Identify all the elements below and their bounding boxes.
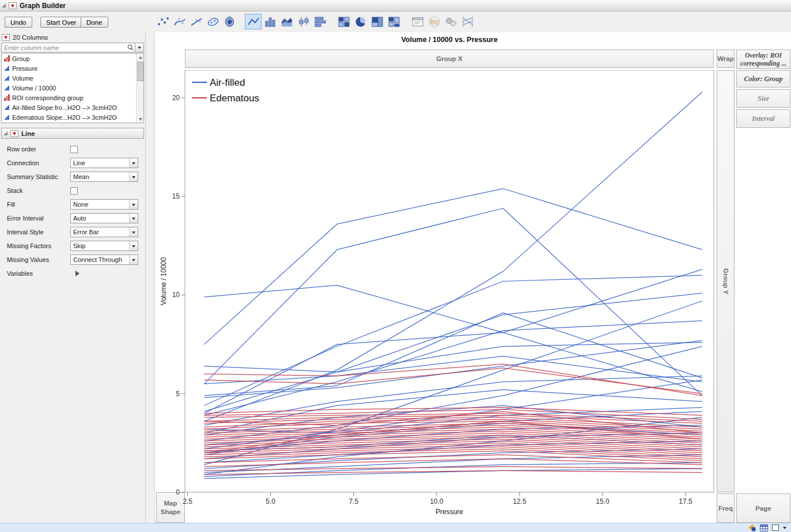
svg-text:10: 10 bbox=[172, 291, 180, 299]
treemap-icon bbox=[370, 16, 384, 28]
svg-text:Volume / 10000: Volume / 10000 bbox=[160, 257, 168, 305]
scroll-down-icon[interactable] bbox=[137, 115, 144, 123]
points-icon bbox=[156, 16, 170, 28]
scroll-up-icon[interactable] bbox=[137, 54, 144, 61]
chevron-down-icon bbox=[129, 200, 138, 209]
contour-element-button[interactable] bbox=[221, 14, 238, 29]
outline-disclosure-icon[interactable] bbox=[2, 3, 6, 7]
prop-row-summary-statistic: Summary Statistic Mean bbox=[0, 170, 145, 184]
formula-element-button[interactable]: f(x) bbox=[426, 14, 442, 29]
svg-text:12.5: 12.5 bbox=[513, 497, 527, 506]
chevron-down-icon bbox=[129, 227, 138, 237]
line-element-button[interactable] bbox=[245, 14, 262, 29]
svg-text:5: 5 bbox=[176, 390, 180, 398]
wrap-drop-zone[interactable]: Wrap bbox=[717, 50, 735, 68]
line-chart[interactable]: 051015202.55.07.510.012.515.017.5Volume … bbox=[159, 70, 715, 515]
missing-values-select[interactable]: Connect Through bbox=[70, 254, 138, 265]
scrollbar-thumb[interactable] bbox=[137, 62, 143, 81]
caption-box-element-button[interactable] bbox=[409, 14, 426, 29]
action-bar: Undo Start Over Done bbox=[0, 12, 791, 32]
parallel-plot-icon bbox=[461, 16, 475, 28]
line-panel-header[interactable]: Line bbox=[1, 128, 144, 139]
prop-row-fill: Fill None bbox=[0, 197, 145, 211]
overlay-drop-zone[interactable]: Overlay: ROI corresponding ... bbox=[736, 50, 790, 69]
size-drop-zone[interactable]: Size bbox=[736, 89, 790, 108]
stack-checkbox[interactable] bbox=[70, 187, 78, 195]
search-filter-dropdown[interactable] bbox=[135, 43, 144, 52]
error-interval-select[interactable]: Auto bbox=[70, 213, 138, 223]
column-label: Volume / 10000 bbox=[12, 85, 56, 92]
svg-text:0: 0 bbox=[176, 488, 180, 496]
freq-drop-zone[interactable]: Freq bbox=[717, 493, 735, 523]
mosaic-element-button[interactable] bbox=[385, 14, 402, 29]
interval-style-select[interactable]: Error Bar bbox=[70, 227, 138, 237]
chevron-down-icon bbox=[129, 172, 138, 181]
prop-row-row-order: Row order bbox=[0, 142, 145, 156]
mosaic-icon bbox=[387, 16, 401, 28]
line-of-fit-element-button[interactable] bbox=[188, 14, 205, 29]
chevron-down-icon bbox=[129, 158, 138, 168]
undo-button[interactable]: Undo bbox=[5, 17, 32, 28]
fill-label: Fill bbox=[7, 201, 70, 208]
heatmap-element-button[interactable] bbox=[335, 14, 352, 29]
column-search-input[interactable] bbox=[1, 43, 135, 52]
page-drop-zone[interactable]: Page bbox=[736, 493, 790, 523]
box-plot-element-button[interactable] bbox=[295, 14, 312, 29]
ellipse-element-button[interactable] bbox=[205, 14, 221, 29]
status-data-icon[interactable] bbox=[748, 524, 756, 531]
prop-row-stack: Stack bbox=[0, 184, 145, 197]
column-item-volume[interactable]: Volume bbox=[2, 73, 143, 83]
color-drop-zone[interactable]: Color: Group bbox=[736, 70, 790, 88]
treemap-element-button[interactable] bbox=[369, 14, 385, 29]
variables-label: Variables bbox=[7, 270, 70, 277]
area-element-button[interactable] bbox=[278, 14, 295, 29]
missing-factors-select[interactable]: Skip bbox=[70, 241, 138, 251]
svg-text:Pressure: Pressure bbox=[436, 508, 463, 515]
column-item-group[interactable]: Group bbox=[2, 54, 143, 63]
collapse-triangle-icon[interactable] bbox=[3, 131, 7, 135]
histogram-element-button[interactable] bbox=[312, 14, 328, 29]
group-x-drop-zone[interactable]: Group X bbox=[185, 50, 714, 68]
row-order-checkbox[interactable] bbox=[70, 146, 78, 153]
map-shapes-element-button[interactable] bbox=[442, 14, 459, 29]
parallel-plot-element-button[interactable] bbox=[459, 14, 476, 29]
columns-red-triangle-icon[interactable] bbox=[2, 34, 10, 41]
column-item-airfilled-slope[interactable]: Air-filled Slope fro...H2O --> 3cmH2O bbox=[2, 102, 143, 112]
column-item-pressure[interactable]: Pressure bbox=[2, 63, 143, 73]
graph-area: Volume / 10000 vs. Pressure Group X Wrap… bbox=[154, 32, 791, 523]
column-item-edematous-slope[interactable]: Edematous Slope...H2O --> 3cmH2O bbox=[2, 112, 143, 122]
chevron-down-icon bbox=[129, 241, 138, 250]
group-y-drop-zone[interactable]: Group Y bbox=[717, 70, 735, 492]
line-panel-title: Line bbox=[21, 130, 35, 137]
svg-text:7.5: 7.5 bbox=[349, 497, 358, 506]
missing-factors-label: Missing Factors bbox=[7, 242, 70, 249]
status-checkbox[interactable] bbox=[772, 525, 779, 531]
fill-select[interactable]: None bbox=[70, 199, 138, 210]
column-label: ROI corresponding group bbox=[12, 94, 84, 101]
smoother-element-button[interactable] bbox=[171, 14, 188, 29]
nominal-column-icon bbox=[4, 55, 10, 62]
nominal-column-icon bbox=[4, 94, 10, 101]
status-table-icon[interactable] bbox=[760, 525, 768, 531]
status-dropdown-icon[interactable] bbox=[783, 527, 786, 531]
window-titlebar: Graph Builder bbox=[0, 0, 791, 12]
element-palette: f(x) bbox=[154, 14, 476, 29]
connection-select[interactable]: Line bbox=[70, 158, 138, 168]
prop-row-error-interval: Error Interval Auto bbox=[0, 211, 145, 225]
histogram-icon bbox=[313, 16, 327, 28]
bar-element-button[interactable] bbox=[262, 14, 278, 29]
continuous-column-icon bbox=[4, 75, 9, 81]
interval-drop-zone[interactable]: Interval bbox=[736, 109, 790, 128]
plot-area[interactable]: 051015202.55.07.510.012.515.017.5Volume … bbox=[159, 70, 715, 515]
points-element-button[interactable] bbox=[154, 14, 171, 29]
done-button[interactable]: Done bbox=[81, 17, 108, 28]
column-item-volume-10000[interactable]: Volume / 10000 bbox=[2, 83, 143, 93]
start-over-button[interactable]: Start Over bbox=[40, 17, 82, 28]
red-triangle-menu-icon[interactable] bbox=[9, 2, 17, 9]
line-red-triangle-icon[interactable] bbox=[10, 130, 18, 137]
disclosure-right-icon[interactable] bbox=[75, 271, 82, 276]
pie-element-button[interactable] bbox=[352, 14, 369, 29]
summary-statistic-select[interactable]: Mean bbox=[70, 172, 138, 182]
column-list-scrollbar[interactable] bbox=[136, 54, 143, 123]
column-item-roi-group[interactable]: ROI corresponding group bbox=[2, 93, 143, 102]
